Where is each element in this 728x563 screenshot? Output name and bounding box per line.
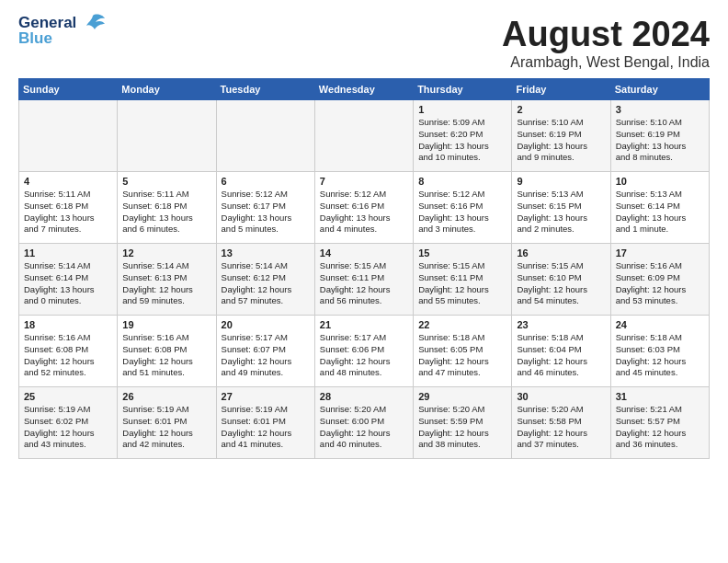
day-info: and 10 minutes. (418, 152, 506, 164)
day-number: 5 (122, 176, 210, 187)
day-number: 16 (517, 247, 605, 259)
day-number: 11 (24, 247, 112, 259)
day-info: Sunrise: 5:18 AM (517, 332, 605, 344)
day-info: Sunset: 5:58 PM (517, 416, 605, 428)
day-info: and 1 minute. (616, 224, 704, 236)
day-info: Daylight: 13 hours (24, 213, 112, 224)
calendar-cell-0-3 (314, 100, 413, 172)
day-info: Sunrise: 5:13 AM (616, 189, 704, 201)
day-info: Sunrise: 5:14 AM (222, 260, 310, 272)
day-info: Sunset: 5:59 PM (418, 416, 506, 428)
day-info: Daylight: 13 hours (517, 141, 605, 153)
day-info: Sunset: 6:12 PM (222, 272, 310, 284)
calendar-cell-1-6: 10Sunrise: 5:13 AMSunset: 6:14 PMDayligh… (610, 172, 709, 244)
day-info: Sunrise: 5:15 AM (320, 260, 408, 272)
day-number: 3 (616, 104, 704, 115)
day-info: Daylight: 13 hours (122, 213, 210, 224)
day-info: and 56 minutes. (320, 295, 408, 307)
day-info: Sunrise: 5:20 AM (418, 404, 506, 416)
day-info: and 3 minutes. (418, 224, 506, 236)
day-info: and 5 minutes. (222, 224, 310, 236)
calendar-cell-3-1: 19Sunrise: 5:16 AMSunset: 6:08 PMDayligh… (118, 316, 216, 387)
day-info: Daylight: 13 hours (320, 213, 408, 224)
day-info: Sunrise: 5:20 AM (517, 404, 605, 416)
day-info: Sunset: 6:06 PM (320, 344, 408, 356)
day-info: Sunrise: 5:19 AM (122, 404, 210, 416)
day-number: 21 (320, 319, 408, 330)
day-info: and 9 minutes. (517, 152, 605, 164)
day-info: and 51 minutes. (122, 367, 210, 379)
day-info: Sunset: 6:11 PM (418, 272, 506, 284)
day-info: Daylight: 12 hours (320, 428, 408, 440)
calendar-cell-1-0: 4Sunrise: 5:11 AMSunset: 6:18 PMDaylight… (19, 172, 118, 244)
day-info: Daylight: 12 hours (24, 356, 112, 368)
day-info: and 43 minutes. (24, 439, 112, 451)
day-number: 17 (616, 247, 704, 259)
day-info: and 45 minutes. (616, 367, 704, 379)
day-info: Daylight: 12 hours (222, 284, 310, 296)
calendar-cell-0-0 (19, 100, 118, 172)
day-info: Sunrise: 5:18 AM (616, 332, 704, 344)
day-info: Daylight: 13 hours (24, 284, 112, 296)
day-info: and 54 minutes. (517, 295, 605, 307)
day-info: Daylight: 12 hours (122, 356, 210, 368)
day-info: and 53 minutes. (616, 295, 704, 307)
calendar-week-3: 18Sunrise: 5:16 AMSunset: 6:08 PMDayligh… (19, 316, 710, 387)
subtitle: Arambagh, West Bengal, India (502, 54, 710, 71)
calendar-cell-4-2: 27Sunrise: 5:19 AMSunset: 6:01 PMDayligh… (216, 387, 314, 459)
day-number: 13 (222, 247, 310, 259)
calendar-cell-0-4: 1Sunrise: 5:09 AMSunset: 6:20 PMDaylight… (414, 100, 512, 172)
day-info: and 46 minutes. (517, 367, 605, 379)
day-info: Sunrise: 5:17 AM (320, 332, 408, 344)
day-info: Sunset: 6:17 PM (222, 201, 310, 213)
day-number: 25 (24, 391, 112, 402)
page-container: General Blue August 2024 Arambagh, West … (0, 0, 728, 468)
calendar-cell-1-2: 6Sunrise: 5:12 AMSunset: 6:17 PMDaylight… (216, 172, 314, 244)
calendar-cell-1-3: 7Sunrise: 5:12 AMSunset: 6:16 PMDaylight… (314, 172, 413, 244)
day-number: 18 (24, 319, 112, 330)
col-monday: Monday (118, 79, 216, 100)
day-info: Daylight: 12 hours (24, 428, 112, 440)
day-info: and 40 minutes. (320, 439, 408, 451)
day-info: Sunrise: 5:12 AM (418, 189, 506, 201)
day-info: Sunrise: 5:15 AM (517, 260, 605, 272)
day-info: Sunset: 6:04 PM (517, 344, 605, 356)
day-info: Sunrise: 5:20 AM (320, 404, 408, 416)
day-info: Sunset: 6:09 PM (616, 272, 704, 284)
day-info: Sunrise: 5:13 AM (517, 189, 605, 201)
day-info: Sunset: 5:57 PM (616, 416, 704, 428)
calendar-cell-2-5: 16Sunrise: 5:15 AMSunset: 6:10 PMDayligh… (512, 244, 610, 316)
day-info: and 59 minutes. (122, 295, 210, 307)
col-sunday: Sunday (19, 79, 118, 100)
day-info: Daylight: 13 hours (517, 213, 605, 224)
calendar-week-1: 4Sunrise: 5:11 AMSunset: 6:18 PMDaylight… (19, 172, 710, 244)
calendar-cell-2-1: 12Sunrise: 5:14 AMSunset: 6:13 PMDayligh… (118, 244, 216, 316)
day-info: Sunrise: 5:19 AM (24, 404, 112, 416)
day-info: Sunset: 6:18 PM (24, 201, 112, 213)
day-info: Daylight: 12 hours (418, 428, 506, 440)
day-info: and 4 minutes. (320, 224, 408, 236)
day-info: Sunset: 6:03 PM (616, 344, 704, 356)
day-info: and 57 minutes. (222, 295, 310, 307)
calendar-cell-0-6: 3Sunrise: 5:10 AMSunset: 6:19 PMDaylight… (610, 100, 709, 172)
day-info: Sunset: 6:14 PM (616, 201, 704, 213)
day-number: 2 (517, 104, 605, 115)
day-info: Sunset: 6:15 PM (517, 201, 605, 213)
day-info: Sunrise: 5:21 AM (616, 404, 704, 416)
day-info: Daylight: 12 hours (418, 356, 506, 368)
day-info: Sunrise: 5:16 AM (616, 260, 704, 272)
day-info: and 0 minutes. (24, 295, 112, 307)
day-info: and 52 minutes. (24, 367, 112, 379)
calendar-cell-4-3: 28Sunrise: 5:20 AMSunset: 6:00 PMDayligh… (314, 387, 413, 459)
calendar-table: Sunday Monday Tuesday Wednesday Thursday… (18, 78, 710, 459)
calendar-cell-3-3: 21Sunrise: 5:17 AMSunset: 6:06 PMDayligh… (314, 316, 413, 387)
day-info: Sunset: 6:19 PM (616, 129, 704, 141)
header: General Blue August 2024 Arambagh, West … (18, 15, 710, 71)
day-number: 27 (222, 391, 310, 402)
day-number: 19 (122, 319, 210, 330)
day-number: 10 (616, 176, 704, 187)
day-info: and 36 minutes. (616, 439, 704, 451)
logo-general: General (18, 15, 76, 30)
day-info: Sunset: 6:16 PM (320, 201, 408, 213)
day-info: and 8 minutes. (616, 152, 704, 164)
